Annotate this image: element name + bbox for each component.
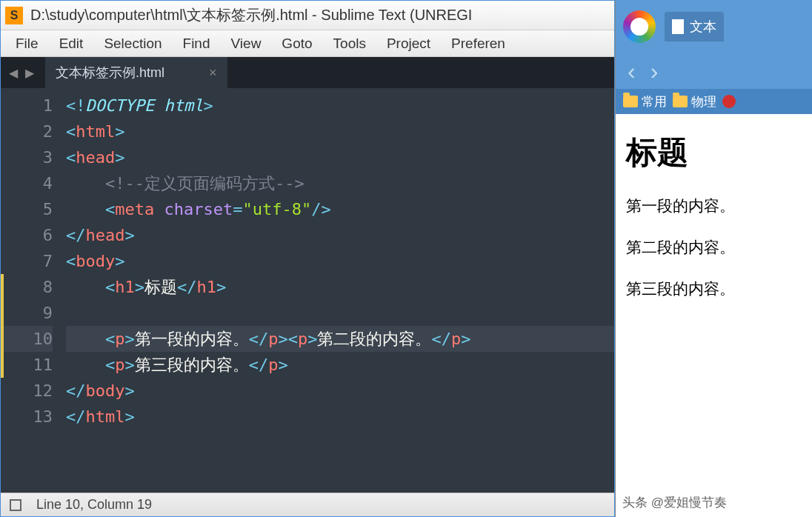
tab-back-icon[interactable]: ◀ [7,66,20,79]
bookmark-ext-icon[interactable] [722,95,736,108]
line-number[interactable]: 7 [1,248,53,274]
line-number[interactable]: 4 [1,170,53,196]
menu-find[interactable]: Find [174,33,219,55]
tabbar: ◀ ▶ 文本标签示例.html × [1,57,614,88]
bookmark-item[interactable]: 物理 [673,93,716,110]
code-line[interactable]: <!DOCTYPE html> [66,93,614,119]
menu-selection[interactable]: Selection [95,33,170,55]
line-number[interactable]: 5 [1,196,53,222]
folder-icon [623,96,638,107]
menubar: FileEditSelectionFindViewGotoToolsProjec… [1,30,614,57]
code-line[interactable] [66,300,614,326]
browser-navbar: ‹ › [616,53,812,89]
code-line[interactable]: </body> [66,378,614,404]
code-line[interactable]: </html> [66,404,614,430]
bookmarks-bar: 常用物理 [616,89,812,114]
line-number[interactable]: 3 [1,144,53,170]
file-icon [672,19,684,34]
line-gutter: 12345678910111213 [1,88,66,493]
tab-label: 文本标签示例.html [56,64,164,81]
page-paragraph: 第二段的内容。 [626,237,802,258]
window-title: D:\study\computer\html\文本标签示例.html - Sub… [30,5,472,25]
cursor-position: Line 10, Column 19 [36,497,152,513]
bookmark-item[interactable]: 常用 [623,93,667,110]
attribution-text: 头条 @爱姐慢节奏 [622,494,727,511]
code-line[interactable]: <p>第三段的内容。</p> [66,352,614,378]
line-number[interactable]: 12 [1,378,53,404]
code-line[interactable]: <html> [66,119,614,144]
browser-tab[interactable]: 文本 [665,12,724,41]
code-line[interactable]: <!--定义页面编码方式--> [66,170,614,196]
titlebar: S D:\study\computer\html\文本标签示例.html - S… [1,1,614,30]
tab-forward-icon[interactable]: ▶ [23,66,36,79]
code-line[interactable]: <body> [66,248,614,274]
page-heading: 标题 [626,132,802,173]
line-number[interactable]: 13 [1,404,53,430]
line-number[interactable]: 1 [1,93,53,119]
browser-logo-icon[interactable] [623,10,656,43]
code-line[interactable]: </head> [66,222,614,248]
sublime-app-icon: S [5,7,23,24]
status-panel-icon[interactable] [10,499,21,511]
folder-icon [673,96,688,107]
sublime-editor: S D:\study\computer\html\文本标签示例.html - S… [0,0,615,517]
back-icon[interactable]: ‹ [628,58,636,85]
menu-tools[interactable]: Tools [325,33,375,55]
line-number[interactable]: 8 [1,274,53,300]
browser-tab-title: 文本 [690,18,716,36]
menu-edit[interactable]: Edit [50,33,93,55]
page-paragraph: 第一段的内容。 [626,196,802,216]
page-paragraph: 第三段的内容。 [626,278,802,299]
line-number[interactable]: 6 [1,222,53,248]
line-number[interactable]: 2 [1,119,53,144]
code-line[interactable]: <head> [66,144,614,170]
line-number[interactable]: 11 [1,352,53,378]
menu-preferen[interactable]: Preferen [442,33,514,55]
file-tab[interactable]: 文本标签示例.html × [45,57,227,88]
line-number[interactable]: 10 [1,326,53,352]
code-editor[interactable]: 12345678910111213 <!DOCTYPE html><html><… [1,88,614,493]
browser-window: 文本 ‹ › 常用物理 标题 第一段的内容。第二段的内容。第三段的内容。 [615,0,812,517]
code-body[interactable]: <!DOCTYPE html><html><head> <!--定义页面编码方式… [66,88,614,493]
menu-project[interactable]: Project [378,33,439,55]
code-line[interactable]: <h1>标题</h1> [66,274,614,300]
menu-view[interactable]: View [222,33,270,55]
menu-goto[interactable]: Goto [273,33,321,55]
forward-icon[interactable]: › [650,58,659,85]
code-line[interactable]: <meta charset="utf-8"/> [66,196,614,222]
tab-close-icon[interactable]: × [209,65,217,81]
code-line[interactable]: <p>第一段的内容。</p><p>第二段的内容。</p> [66,326,614,352]
menu-file[interactable]: File [7,33,47,55]
page-content: 标题 第一段的内容。第二段的内容。第三段的内容。 [616,114,812,517]
browser-titlebar: 文本 [616,0,812,53]
statusbar: Line 10, Column 19 [1,493,614,516]
line-number[interactable]: 9 [1,300,53,326]
